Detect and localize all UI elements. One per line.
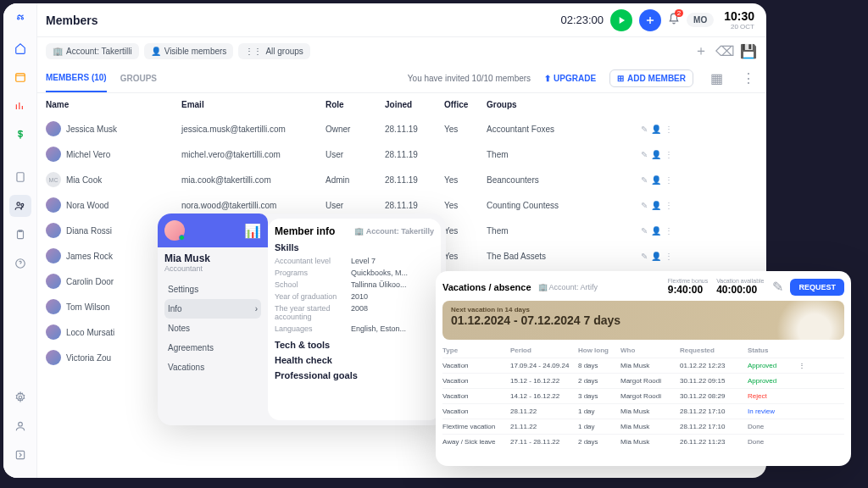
help-icon[interactable]: [9, 252, 31, 274]
more-icon[interactable]: ⋮: [665, 252, 673, 261]
member-name: Mia Musk: [164, 252, 261, 264]
clear-icon[interactable]: ⌫: [715, 42, 734, 60]
edit-icon[interactable]: ✎: [641, 226, 648, 236]
skill-row: LanguagesEnglish, Eston...: [275, 323, 434, 335]
avatar: [46, 324, 61, 340]
filter-visible[interactable]: 👤 Visible members: [144, 43, 234, 59]
request-button[interactable]: REQUEST: [790, 279, 844, 296]
bell-icon[interactable]: 2: [668, 13, 680, 28]
clipboard-icon[interactable]: [9, 224, 31, 246]
member-name-cell: Tom Wilson: [66, 302, 110, 312]
table-row[interactable]: MCMia Cookmia.cook@takertilli.comAdmin28…: [37, 167, 766, 192]
vacation-available: 40:00:00: [716, 284, 764, 296]
vacation-panel: Vacations / absence 🏢 Account: Artify Fl…: [436, 271, 851, 466]
more-icon[interactable]: [798, 423, 815, 430]
vacation-row[interactable]: Away / Sick leave27.11 - 28.11.222 daysM…: [442, 434, 844, 449]
svg-point-8: [19, 396, 22, 399]
menu-item[interactable]: Notes: [164, 319, 261, 338]
section-header[interactable]: Professional goals: [275, 370, 434, 380]
calendar-icon[interactable]: [9, 66, 31, 88]
user-pill[interactable]: MO: [687, 13, 714, 27]
more-icon[interactable]: [798, 392, 815, 400]
vacation-row[interactable]: Vacation15.12 - 16.12.222 daysMargot Roo…: [442, 373, 844, 388]
edit-icon[interactable]: ✎: [641, 201, 648, 210]
table-row[interactable]: Jessica Muskjessica.musk@takertilli.comO…: [37, 116, 766, 141]
panel-account: 🏢 Account: Takertilly: [354, 225, 434, 237]
member-name-cell: Nora Wood: [66, 201, 108, 210]
user-icon[interactable]: 👤: [651, 125, 661, 134]
more-icon[interactable]: ⋮: [798, 362, 815, 369]
user-icon[interactable]: 👤: [651, 175, 661, 185]
section-header[interactable]: Health check: [275, 355, 434, 365]
plus-icon[interactable]: ＋: [692, 42, 710, 60]
play-button[interactable]: [610, 9, 632, 31]
dollar-icon[interactable]: [9, 124, 31, 146]
edit-icon[interactable]: ✎: [772, 279, 783, 295]
avatar: [46, 274, 61, 289]
vacation-title: Vacations / absence: [442, 282, 531, 292]
menu-item[interactable]: Vacations: [164, 358, 261, 377]
vacation-row[interactable]: Vacation17.09.24 - 24.09.248 daysMia Mus…: [442, 358, 844, 373]
stats-icon[interactable]: [9, 95, 31, 117]
doc-icon[interactable]: [9, 166, 31, 188]
more-icon[interactable]: ⋮: [665, 201, 673, 210]
edit-icon[interactable]: ✎: [641, 252, 648, 261]
timer: 02:23:00: [560, 14, 604, 26]
collapse-icon[interactable]: [9, 444, 31, 466]
tab-groups[interactable]: GROUPS: [120, 65, 157, 92]
user-icon[interactable]: 👤: [651, 226, 661, 236]
member-name-cell: Carolin Door: [66, 277, 114, 286]
member-role: Accountant: [164, 264, 261, 273]
add-button[interactable]: [639, 9, 661, 31]
more-icon[interactable]: [798, 408, 815, 415]
flextime-value: 9:40:00: [668, 284, 708, 296]
home-icon[interactable]: [9, 37, 31, 59]
upgrade-button[interactable]: ⬆ UPGRADE: [544, 74, 596, 83]
gear-icon[interactable]: [9, 386, 31, 408]
menu-item[interactable]: Agreements: [164, 338, 261, 358]
add-member-button[interactable]: ⊞ ADD MEMBER: [609, 69, 693, 87]
skill-row: Accountant levelLevel 7: [275, 255, 434, 267]
table-row[interactable]: Michel Veromichel.vero@takertilli.comUse…: [37, 141, 766, 167]
more-icon[interactable]: ⋮: [665, 226, 673, 236]
user-icon[interactable]: 👤: [651, 201, 661, 210]
more-icon[interactable]: ⋮: [739, 69, 758, 88]
members-icon[interactable]: [9, 195, 31, 217]
more-icon[interactable]: [798, 438, 815, 446]
more-icon[interactable]: ⋮: [665, 175, 673, 185]
edit-icon[interactable]: ✎: [641, 125, 648, 134]
chart-icon[interactable]: 📊: [244, 223, 261, 239]
vacation-row[interactable]: Flextime vacation21.11.221 dayMia Musk28…: [442, 419, 844, 434]
menu-item[interactable]: Settings: [164, 280, 261, 299]
grid-icon[interactable]: ▦: [707, 69, 726, 88]
menu-item[interactable]: Info›: [164, 299, 261, 319]
vacation-row[interactable]: Vacation28.11.221 dayMia Musk28.11.22 17…: [442, 403, 844, 419]
member-name-cell: Loco Mursati: [66, 328, 114, 337]
member-name-cell: Mia Cook: [66, 175, 102, 185]
more-icon[interactable]: ⋮: [665, 150, 673, 159]
skills-section: Skills: [275, 242, 434, 252]
filter-groups[interactable]: ⋮⋮ All groups: [238, 43, 309, 59]
vacation-row[interactable]: Vacation14.12 - 16.12.223 daysMargot Roo…: [442, 388, 844, 403]
save-icon[interactable]: 💾: [739, 42, 758, 60]
section-header[interactable]: Tech & tools: [275, 340, 434, 350]
tab-members[interactable]: MEMBERS (10): [46, 64, 107, 92]
more-icon[interactable]: [798, 377, 815, 385]
edit-icon[interactable]: ✎: [641, 175, 648, 185]
user-icon[interactable]: [9, 415, 31, 437]
next-vacation-banner: Next vacation in 14 days 01.12.2024 - 07…: [442, 301, 844, 340]
skill-row: ProgramsQuickbooks, M...: [275, 267, 434, 279]
user-icon[interactable]: 👤: [651, 150, 661, 159]
avatar: [46, 147, 61, 162]
member-name-cell: Jessica Musk: [66, 125, 117, 134]
more-icon[interactable]: ⋮: [665, 125, 673, 134]
tabs: MEMBERS (10) GROUPS You have invited 10/…: [37, 64, 766, 93]
avatar: [46, 299, 61, 314]
avatar: [46, 248, 61, 263]
user-icon[interactable]: 👤: [651, 252, 661, 261]
filter-account[interactable]: 🏢 Account: Takertilli: [46, 43, 139, 59]
edit-icon[interactable]: ✎: [641, 150, 648, 159]
svg-point-0: [17, 18, 19, 19]
avatar: [46, 197, 61, 213]
panel-title: Member info: [275, 225, 335, 237]
